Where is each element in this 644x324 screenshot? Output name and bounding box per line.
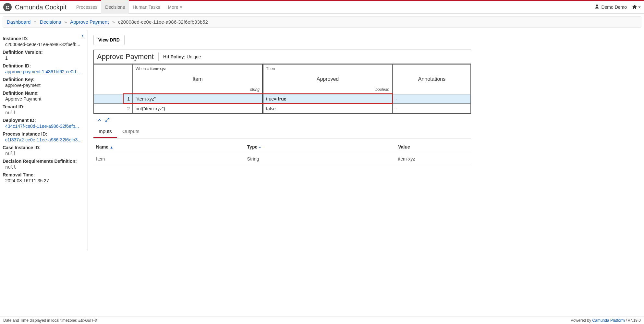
dmn-rule-row[interactable]: 1 "item-xyz" true = true -: [94, 94, 471, 104]
sidebar: Instance ID: c20008ed-ce0e-11ee-a986-32f…: [0, 30, 88, 251]
removal-value: 2024-08-16T11:35:27: [5, 178, 85, 183]
input-column-header: When = item-xyz Item string: [133, 64, 262, 94]
instance-id-label: Instance ID:: [3, 36, 85, 41]
rule-index-header: [94, 64, 133, 94]
annotation-column-header: Annotations: [392, 64, 471, 94]
caret-down-icon: [180, 6, 182, 8]
rule-annotation: -: [392, 94, 471, 104]
col-type[interactable]: Type−: [245, 141, 396, 153]
nav-decisions[interactable]: Decisions: [101, 0, 129, 14]
proc-inst-link[interactable]: c1f337a2-ce0e-11ee-a986-32f6efb3...: [5, 137, 85, 142]
user-name[interactable]: Demo Demo: [601, 5, 627, 10]
proc-inst-label: Process Instance ID:: [3, 131, 85, 137]
nav-processes[interactable]: Processes: [72, 0, 101, 14]
col-name-label: Name: [96, 144, 108, 150]
user-icon: [595, 4, 599, 10]
def-key-value: approve-payment: [5, 83, 85, 88]
dmn-table: Approve Payment Hit Policy: Unique When …: [93, 50, 471, 114]
inputs-table: Name▲ Type− Value Item String item-xyz: [93, 141, 471, 165]
dmn-title: Approve Payment: [97, 53, 159, 61]
output-column-type: boolean: [266, 87, 389, 92]
collapse-sidebar-icon[interactable]: ‹: [82, 32, 84, 39]
breadcrumb-decisions[interactable]: Decisions: [40, 19, 61, 25]
tabs: Inputs Outputs: [93, 125, 471, 138]
def-name-value: Approve Payment: [5, 96, 85, 102]
tab-inputs[interactable]: Inputs: [93, 125, 117, 138]
expand-panel-icon[interactable]: [105, 118, 110, 123]
input-column-name: Item: [136, 71, 260, 87]
hit-policy-value: Unique: [187, 54, 201, 59]
def-version-value: 1: [5, 55, 85, 61]
rule-annotation: -: [392, 104, 471, 114]
breadcrumb-sep: »: [34, 19, 37, 25]
rule-output-pre: true: [266, 96, 274, 102]
topbar: C Camunda Cockpit Processes Decisions Hu…: [0, 0, 644, 14]
nav-human-tasks[interactable]: Human Tasks: [129, 0, 164, 14]
def-key-label: Definition Key:: [3, 77, 85, 82]
output-column-header: Then Approved boolean: [262, 64, 392, 94]
hit-policy: Hit Policy: Unique: [163, 54, 201, 59]
hit-policy-label: Hit Policy:: [163, 54, 185, 59]
deployment-id-link[interactable]: 434c147f-ce0d-11ee-a986-32f6efb...: [5, 124, 85, 129]
when-value: = item-xyz: [147, 66, 166, 71]
rule-output: true = true: [262, 94, 392, 104]
rule-input: "item-xyz": [133, 94, 262, 104]
def-id-link[interactable]: approve-payment:1:4361bf62-ce0d-...: [5, 69, 85, 74]
breadcrumb-definition[interactable]: Approve Payment: [70, 19, 109, 25]
rule-output: false: [262, 104, 392, 114]
input-column-type: string: [136, 87, 260, 92]
rule-index: 2: [94, 104, 133, 114]
dmn-rule-row[interactable]: 2 not("item-xyz") false -: [94, 104, 471, 114]
cell-name: Item: [93, 153, 245, 165]
instance-id-value: c20008ed-ce0e-11ee-a986-32f6efb...: [5, 42, 85, 47]
nav-more[interactable]: More: [164, 0, 186, 14]
deployment-id-label: Deployment ID:: [3, 118, 85, 123]
drd-label: Decision Requirements Definition:: [3, 159, 85, 164]
case-inst-label: Case Instance ID:: [3, 145, 85, 150]
content: View DRD Approve Payment Hit Policy: Uni…: [88, 30, 490, 251]
brand-logo-icon[interactable]: C: [3, 3, 12, 11]
removal-label: Removal Time:: [3, 172, 85, 177]
sort-icon: −: [259, 145, 261, 149]
breadcrumb-dashboard[interactable]: Dashboard: [7, 19, 30, 25]
tenant-id-label: Tenant ID:: [3, 104, 85, 109]
brand-title[interactable]: Camunda Cockpit: [15, 4, 67, 11]
output-column-name: Approved: [266, 71, 389, 87]
def-version-label: Definition Version:: [3, 50, 85, 55]
def-name-label: Definition Name:: [3, 90, 85, 96]
breadcrumb: Dashboard » Decisions » Approve Payment …: [3, 16, 641, 28]
cell-type: String: [245, 153, 396, 165]
cell-value: item-xyz: [395, 153, 471, 165]
def-id-label: Definition ID:: [3, 63, 85, 68]
table-row: Item String item-xyz: [93, 153, 471, 165]
then-label: Then: [266, 66, 389, 71]
view-drd-button[interactable]: View DRD: [93, 35, 125, 45]
home-icon[interactable]: [632, 5, 641, 10]
collapse-panel-icon[interactable]: [97, 118, 102, 123]
caret-down-icon: [638, 6, 641, 8]
rule-index: 1: [94, 94, 133, 104]
col-value-label: Value: [398, 144, 410, 150]
annotation-column-name: Annotations: [396, 71, 468, 87]
nav-more-label: More: [168, 5, 178, 10]
tab-outputs[interactable]: Outputs: [117, 125, 145, 138]
col-value[interactable]: Value: [395, 141, 471, 153]
col-type-label: Type: [247, 144, 258, 150]
breadcrumb-instance: c20008ed-ce0e-11ee-a986-32f6efb33b52: [118, 19, 208, 25]
rule-output-bold: = true: [274, 96, 286, 102]
case-inst-value: null: [5, 151, 85, 156]
drd-value: null: [5, 164, 85, 170]
when-label: When: [136, 66, 146, 71]
sort-asc-icon: ▲: [110, 145, 113, 149]
breadcrumb-sep: »: [112, 19, 115, 25]
breadcrumb-sep: »: [64, 19, 67, 25]
tenant-id-value: null: [5, 110, 85, 115]
col-name[interactable]: Name▲: [93, 141, 245, 153]
rule-input: not("item-xyz"): [133, 104, 262, 114]
